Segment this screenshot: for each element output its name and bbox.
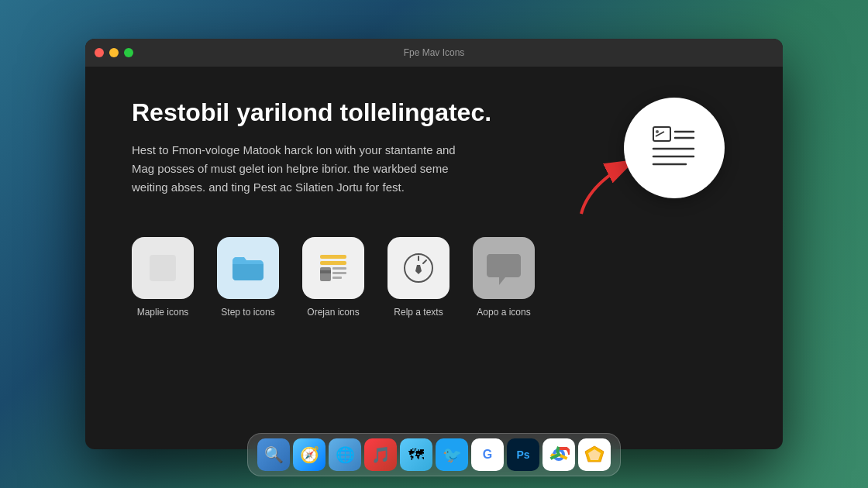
featured-icon-circle	[624, 98, 725, 198]
hero-section: Restobil yarilond tollelingatec. Hest to…	[132, 98, 736, 198]
layout-icon	[312, 247, 354, 289]
maplie-icon-item[interactable]: Maplie icons	[132, 237, 194, 318]
speech-icon	[480, 245, 527, 291]
maplie-icon-box	[132, 237, 194, 299]
svg-rect-1	[653, 127, 670, 141]
folder-icon	[227, 247, 269, 289]
maximize-button[interactable]	[124, 48, 133, 57]
icons-section: Maplie icons Step to icons	[132, 237, 736, 318]
aopo-icon-item[interactable]: Aopo a icons	[473, 237, 535, 318]
step-to-icon-item[interactable]: Step to icons	[217, 237, 279, 318]
dock: 🔍 🧭 🌐 🎵 🗺 🐦 G Ps	[247, 433, 621, 476]
minimize-button[interactable]	[109, 48, 119, 57]
orejan-icon-box	[302, 237, 364, 299]
step-to-label: Step to icons	[221, 307, 274, 318]
featured-icon-area	[612, 98, 736, 198]
dock-google[interactable]: G	[471, 438, 504, 471]
chrome-icon	[548, 444, 570, 466]
relp-label: Relp a texts	[394, 307, 443, 318]
window-title: Fpe Mav Icons	[404, 47, 465, 58]
dock-music[interactable]: 🎵	[364, 438, 397, 471]
main-content: Restobil yarilond tollelingatec. Hest to…	[85, 67, 783, 449]
relp-icon-item[interactable]: Relp a texts	[388, 237, 450, 318]
sketch-icon	[584, 444, 605, 466]
traffic-lights	[95, 48, 133, 57]
svg-rect-16	[332, 277, 342, 279]
svg-rect-14	[332, 267, 346, 270]
svg-rect-10	[320, 255, 346, 259]
relp-icon-box	[388, 237, 450, 299]
titlebar: Fpe Mav Icons	[85, 39, 783, 67]
svg-rect-11	[320, 261, 346, 265]
step-to-icon-box	[217, 237, 279, 299]
svg-rect-15	[332, 272, 346, 274]
main-description: Hest to Fmon-vologe Matook harck Ion wit…	[132, 141, 457, 197]
orejan-label: Orejan icons	[307, 307, 359, 318]
aopo-icon-box	[473, 237, 535, 299]
svg-point-3	[656, 130, 659, 133]
text-area: Restobil yarilond tollelingatec. Hest to…	[132, 98, 612, 197]
dock-chrome[interactable]	[542, 438, 575, 471]
dock-finder[interactable]: 🔍	[257, 438, 290, 471]
maplie-icon	[143, 249, 182, 287]
maplie-label: Maplie icons	[137, 307, 189, 318]
edit-icon	[398, 247, 439, 289]
dock-browser[interactable]: 🌐	[329, 438, 361, 471]
main-heading: Restobil yarilond tollelingatec.	[132, 98, 581, 127]
svg-rect-9	[150, 255, 176, 281]
aopo-label: Aopo a icons	[477, 307, 530, 318]
dock-maps[interactable]: 🗺	[400, 438, 432, 471]
dock-photoshop[interactable]: Ps	[507, 438, 539, 471]
dock-safari[interactable]: 🧭	[293, 438, 326, 471]
close-button[interactable]	[95, 48, 104, 57]
svg-rect-13	[320, 270, 331, 273]
svg-rect-12	[320, 267, 331, 281]
app-window: Fpe Mav Icons Restobil yarilond tollelin…	[85, 39, 783, 449]
svg-line-20	[423, 260, 426, 263]
orejan-icon-item[interactable]: Orejan icons	[302, 237, 364, 318]
dock-twitter[interactable]: 🐦	[436, 438, 468, 471]
dock-sketch[interactable]	[578, 438, 611, 471]
document-list-icon	[647, 121, 701, 175]
